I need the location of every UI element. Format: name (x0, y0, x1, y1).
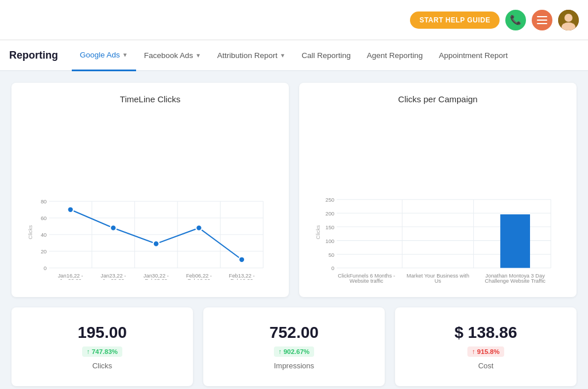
svg-text:80: 80 (41, 199, 47, 205)
svg-rect-0 (537, 16, 547, 17)
svg-point-22 (68, 207, 74, 213)
stats-row: 195.00 ↑ 747.83% Clicks 752.00 ↑ 902.67%… (11, 307, 577, 386)
stat-card-cost: $ 138.86 ↑ 915.8% Cost (395, 307, 577, 386)
nav-item-call-reporting[interactable]: Call Reporting (293, 41, 359, 70)
clicks-badge-text: 747.83% (92, 348, 118, 355)
svg-text:50: 50 (328, 252, 334, 258)
clicks-value: 195.00 (78, 323, 127, 342)
nav-brand: Reporting (9, 41, 58, 70)
charts-row: TimeLine Clicks Clicks (11, 83, 577, 297)
timeline-chart-area: Clicks 0 20 40 (25, 113, 275, 282)
up-arrow-icon: ↑ (278, 348, 282, 355)
svg-text:Jan22,22: Jan22,22 (60, 278, 82, 280)
timeline-chart-card: TimeLine Clicks Clicks (11, 83, 289, 297)
phone-icon-button[interactable]: 📞 (505, 10, 526, 30)
impressions-badge-text: 902.67% (284, 348, 310, 355)
clicks-badge: ↑ 747.83% (82, 346, 122, 357)
svg-point-26 (239, 257, 245, 263)
svg-text:100: 100 (326, 238, 335, 244)
nav-item-agent-reporting[interactable]: Agent Reporting (359, 41, 431, 70)
impressions-label: Impressions (274, 361, 314, 370)
avatar[interactable] (558, 10, 579, 30)
svg-rect-1 (537, 20, 547, 21)
svg-rect-2 (537, 23, 547, 24)
stat-card-clicks: 195.00 ↑ 747.83% Clicks (11, 307, 193, 386)
impressions-badge: ↑ 902.67% (274, 346, 314, 357)
svg-text:150: 150 (326, 225, 335, 230)
cost-value: $ 138.86 (455, 323, 517, 342)
up-arrow-icon: ↑ (87, 348, 90, 355)
svg-text:200: 200 (326, 211, 335, 217)
svg-point-25 (196, 225, 202, 231)
svg-point-23 (110, 225, 116, 231)
campaign-chart-title: Clicks per Campaign (313, 94, 563, 104)
nav-label-call-reporting: Call Reporting (301, 51, 351, 60)
stat-card-impressions: 752.00 ↑ 902.67% Impressions (203, 307, 385, 386)
cost-badge-text: 915.8% (477, 348, 500, 355)
campaign-chart-card: Clicks per Campaign Clicks (299, 83, 577, 297)
nav-item-attribution-report[interactable]: Attribution Report ▼ (209, 41, 293, 70)
svg-text:40: 40 (41, 232, 47, 238)
svg-text:20: 20 (41, 249, 47, 255)
svg-text:Jan29,22: Jan29,22 (102, 278, 124, 280)
nav-label-facebook-ads: Facebook Ads (144, 51, 194, 60)
nav-item-facebook-ads[interactable]: Facebook Ads ▼ (136, 41, 209, 70)
main-content: TimeLine Clicks Clicks (0, 71, 588, 389)
impressions-value: 752.00 (269, 323, 319, 342)
chevron-down-icon: ▼ (280, 52, 285, 59)
nav-item-google-ads[interactable]: Google Ads ▼ (72, 40, 136, 71)
nav-item-appointment-report[interactable]: Appointment Report (431, 41, 516, 70)
nav-label-agent-reporting: Agent Reporting (367, 51, 423, 60)
svg-text:0: 0 (331, 265, 334, 271)
campaign-chart-svg: Clicks 0 50 100 150 (313, 113, 563, 286)
chevron-down-icon: ▼ (122, 52, 128, 58)
svg-text:Us: Us (435, 278, 442, 284)
svg-text:250: 250 (326, 197, 335, 203)
campaign-chart-area: Clicks 0 50 100 150 (313, 113, 563, 288)
svg-point-24 (153, 241, 159, 247)
chevron-down-icon: ▼ (195, 52, 201, 59)
nav-label-appointment-report: Appointment Report (439, 51, 508, 60)
nav-label-attribution-report: Attribution Report (217, 51, 277, 60)
svg-text:Challenge Website Traffic: Challenge Website Traffic (485, 278, 546, 284)
clicks-label: Clicks (92, 361, 113, 370)
nav-label-google-ads: Google Ads (80, 51, 120, 59)
svg-text:Website traffic: Website traffic (350, 278, 384, 284)
timeline-chart-svg: Clicks 0 20 40 (25, 113, 275, 280)
svg-text:Feb18,22: Feb18,22 (230, 278, 253, 280)
timeline-chart-title: TimeLine Clicks (25, 94, 275, 104)
help-guide-button[interactable]: START HELP GUIDE (410, 11, 500, 29)
svg-text:Feb05,22: Feb05,22 (145, 278, 167, 280)
topbar-actions: START HELP GUIDE 📞 (410, 10, 579, 30)
nav: Reporting Google Ads ▼ Facebook Ads ▼ At… (0, 40, 588, 71)
topbar: START HELP GUIDE 📞 (0, 0, 588, 40)
svg-text:0: 0 (44, 265, 47, 271)
svg-text:Clicks: Clicks (28, 225, 33, 239)
up-arrow-icon: ↑ (472, 348, 475, 355)
svg-point-4 (564, 14, 572, 22)
svg-text:Clicks: Clicks (315, 225, 321, 239)
cost-badge: ↑ 915.8% (467, 346, 504, 357)
svg-rect-55 (500, 214, 530, 268)
svg-text:Feb12,22: Feb12,22 (188, 278, 210, 280)
menu-icon-button[interactable] (532, 10, 552, 30)
svg-text:60: 60 (41, 215, 47, 221)
cost-label: Cost (478, 361, 494, 370)
